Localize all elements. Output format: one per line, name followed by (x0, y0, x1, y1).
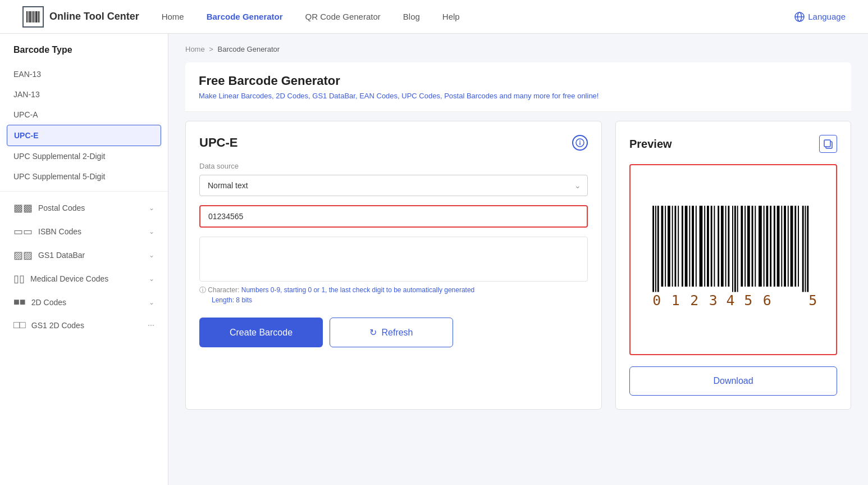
create-barcode-button[interactable]: Create Barcode (199, 318, 323, 347)
svg-text:1: 1 (671, 293, 680, 309)
chevron-down-icon-medical: ⌄ (149, 275, 154, 283)
sidebar-item-gs1[interactable]: ▨▨ GS1 DataBar ⌄ (0, 243, 168, 267)
logo-icon (22, 6, 44, 28)
svg-rect-36 (718, 206, 719, 287)
svg-rect-19 (657, 206, 659, 292)
svg-rect-4 (33, 11, 34, 22)
svg-rect-17 (652, 206, 654, 292)
char-info-label: Character: (208, 286, 239, 294)
preview-title: Preview (629, 138, 672, 151)
svg-rect-60 (802, 206, 804, 292)
svg-text:5: 5 (808, 293, 817, 309)
sidebar-item-gs1-2d[interactable]: □□ GS1 2D Codes ⋯ (0, 314, 168, 337)
svg-rect-31 (700, 206, 703, 287)
action-row: Create Barcode ↻ Refresh (199, 318, 588, 347)
nav-qr-code[interactable]: QR Code Generator (305, 12, 381, 21)
svg-rect-53 (777, 206, 780, 287)
barcode-input-wrapper (199, 205, 588, 228)
svg-rect-43 (741, 206, 743, 287)
svg-text:4: 4 (727, 293, 735, 309)
svg-rect-1 (28, 11, 29, 22)
sidebar-item-2d[interactable]: ■■ 2D Codes ⌄ (0, 291, 168, 314)
data-source-wrapper: Normal text CSV data Base64 ⌄ (199, 175, 588, 196)
language-label: Language (808, 12, 846, 21)
svg-rect-50 (766, 206, 768, 287)
preview-panel: Preview (615, 121, 851, 410)
generator-panel: UPC-E Data source Normal text CSV data (185, 121, 602, 410)
nav-barcode-generator[interactable]: Barcode Generator (207, 12, 283, 21)
isbn-icon: ▭▭ (13, 225, 33, 238)
logo-text: Online Tool Center (49, 11, 139, 22)
barcode-input[interactable] (200, 206, 587, 226)
svg-rect-58 (794, 206, 796, 287)
char-info-icon: ⓘ (199, 286, 206, 294)
nav-help[interactable]: Help (442, 12, 460, 21)
gs1-2d-icon: □□ (13, 319, 26, 331)
svg-rect-38 (725, 206, 727, 287)
nav-blog[interactable]: Blog (403, 12, 420, 21)
generator-panel-title: UPC-E (199, 135, 588, 151)
svg-rect-59 (798, 206, 799, 287)
svg-text:6: 6 (763, 293, 771, 309)
sidebar-title: Barcode Type (0, 45, 168, 64)
svg-rect-51 (770, 206, 771, 287)
sidebar-divider-1 (0, 191, 168, 192)
svg-rect-41 (734, 206, 736, 292)
page-subtitle: Make Linear Barcodes, 2D Codes, GS1 Data… (199, 92, 838, 100)
barcode-preview: 0 1 2 3 4 5 6 5 (629, 164, 837, 355)
svg-point-13 (579, 140, 581, 142)
sidebar-item-upc-supp5[interactable]: UPC Supplemental 5-Digit (0, 166, 168, 187)
copy-icon-button[interactable] (819, 135, 837, 153)
preview-header: Preview (629, 135, 837, 153)
chevron-down-icon-isbn: ⌄ (149, 228, 154, 235)
svg-rect-39 (728, 206, 729, 287)
logo[interactable]: Online Tool Center (22, 6, 139, 28)
info-icon[interactable] (572, 135, 588, 151)
chevron-down-icon-gs1: ⌄ (149, 251, 154, 259)
char-info-value: Numbers 0-9, starting 0 or 1, the last c… (241, 286, 475, 294)
sidebar: Barcode Type EAN-13 JAN-13 UPC-A UPC-E U… (0, 34, 168, 485)
svg-rect-27 (685, 206, 688, 287)
main-nav: Home Barcode Generator QR Code Generator… (162, 12, 846, 22)
breadcrumb: Home > Barcode Generator (185, 45, 851, 53)
language-selector[interactable]: Language (794, 12, 846, 22)
svg-rect-30 (696, 206, 697, 287)
nav-home[interactable]: Home (162, 12, 184, 21)
svg-rect-46 (752, 206, 753, 287)
svg-rect-20 (661, 206, 664, 287)
sidebar-item-upce[interactable]: UPC-E (7, 125, 161, 146)
svg-rect-35 (714, 206, 715, 287)
barcode-image: 0 1 2 3 4 5 6 5 (642, 187, 825, 333)
svg-rect-49 (764, 206, 765, 287)
sidebar-item-postal[interactable]: ▩▩ Postal Codes ⌄ (0, 196, 168, 220)
sidebar-item-jan13[interactable]: JAN-13 (0, 84, 168, 105)
medical-icon: ▯▯ (13, 273, 25, 285)
sidebar-item-medical[interactable]: ▯▯ Medical Device Codes ⌄ (0, 267, 168, 291)
svg-rect-34 (711, 206, 712, 287)
breadcrumb-home[interactable]: Home (185, 45, 205, 53)
svg-rect-62 (807, 206, 808, 292)
svg-rect-57 (791, 206, 793, 287)
sidebar-item-upca[interactable]: UPC-A (0, 105, 168, 125)
sidebar-item-ean13[interactable]: EAN-13 (0, 64, 168, 84)
data-source-select[interactable]: Normal text CSV data Base64 (199, 175, 588, 196)
sidebar-item-upc-supp2[interactable]: UPC Supplemental 2-Digit (0, 146, 168, 166)
generator-layout: UPC-E Data source Normal text CSV data (185, 121, 851, 410)
download-button[interactable]: Download (629, 366, 837, 396)
chevron-down-icon-2d: ⌄ (149, 298, 154, 306)
length-info: Length: 8 bits (199, 296, 588, 304)
svg-rect-3 (31, 11, 32, 22)
refresh-button[interactable]: ↻ Refresh (330, 318, 453, 347)
svg-rect-32 (704, 206, 705, 287)
svg-text:2: 2 (690, 293, 698, 309)
svg-rect-37 (721, 206, 724, 287)
svg-rect-8 (39, 11, 40, 22)
svg-rect-7 (38, 11, 39, 22)
barcode-textarea[interactable] (199, 237, 588, 282)
2d-icon: ■■ (13, 296, 26, 308)
sidebar-item-isbn[interactable]: ▭▭ ISBN Codes ⌄ (0, 220, 168, 243)
char-info: ⓘ Character: Numbers 0-9, starting 0 or … (199, 285, 588, 304)
content-header: Free Barcode Generator Make Linear Barco… (185, 62, 851, 112)
page-layout: Barcode Type EAN-13 JAN-13 UPC-A UPC-E U… (0, 34, 868, 485)
gs1-icon: ▨▨ (13, 249, 33, 261)
